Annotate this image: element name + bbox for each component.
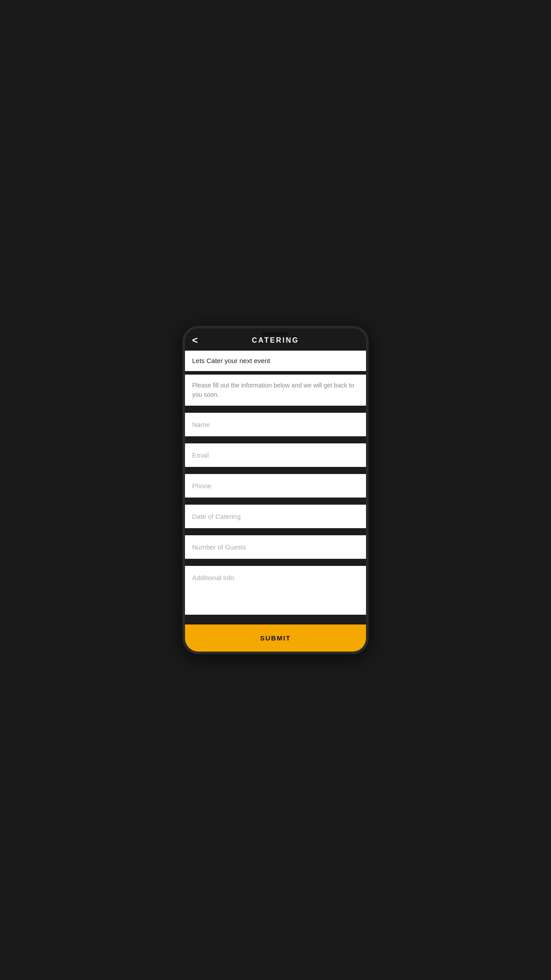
additional-row — [185, 562, 366, 616]
page-title: CATERING — [252, 336, 299, 344]
title-block: Lets Cater your next event — [185, 351, 366, 371]
scroll-area[interactable]: Lets Cater your next event Please fill o… — [185, 351, 366, 616]
form-description: Please fill out the information below an… — [192, 382, 354, 398]
name-row — [185, 409, 366, 440]
description-block: Please fill out the information below an… — [185, 375, 366, 406]
phone-input[interactable] — [185, 474, 366, 498]
bottom-area: SUBMIT — [185, 616, 366, 652]
back-button[interactable]: < — [192, 336, 198, 345]
date-row — [185, 501, 366, 532]
phone-notch — [262, 332, 289, 336]
email-input[interactable] — [185, 443, 366, 467]
name-input[interactable] — [185, 413, 366, 436]
date-input[interactable] — [185, 505, 366, 528]
phone-row — [185, 470, 366, 501]
volume-up-button — [368, 373, 369, 391]
form-title: Lets Cater your next event — [192, 357, 270, 364]
guests-input[interactable] — [185, 535, 366, 559]
volume-down-button — [368, 395, 369, 413]
phone-shell: < CATERING Lets Cater your next event Pl… — [182, 326, 369, 654]
screen: < CATERING Lets Cater your next event Pl… — [185, 328, 366, 652]
form-section: Lets Cater your next event Please fill o… — [185, 351, 366, 616]
additional-info-input[interactable] — [185, 566, 366, 615]
guests-row — [185, 532, 366, 562]
email-row — [185, 440, 366, 470]
submit-button[interactable]: SUBMIT — [185, 624, 366, 652]
